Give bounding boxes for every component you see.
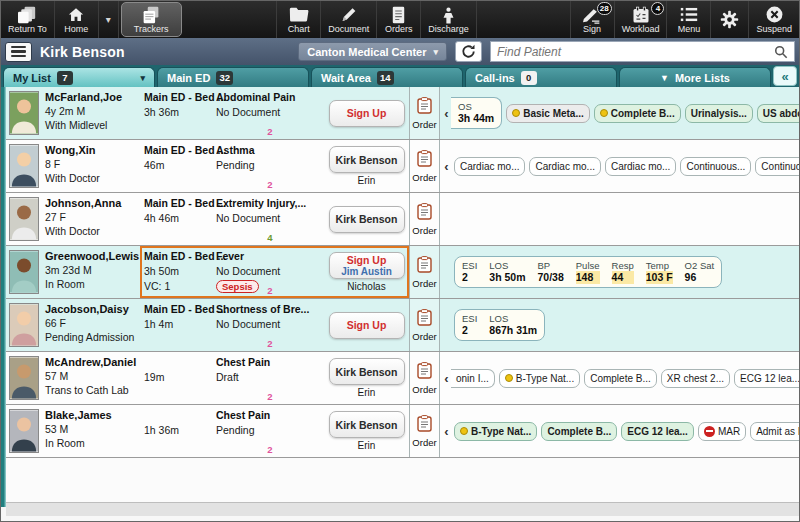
tab-main-ed[interactable]: Main ED 32 xyxy=(157,67,309,87)
settings-button[interactable] xyxy=(711,1,749,38)
order-label: Order xyxy=(412,278,436,289)
facility-dropdown[interactable]: Canton Medical Center ▾ xyxy=(298,42,447,61)
provider-assign-button[interactable]: Kirk Benson xyxy=(329,358,405,385)
order-button[interactable]: Order xyxy=(409,140,440,192)
order-chip[interactable]: onin I... xyxy=(451,369,495,388)
no-entry-icon xyxy=(704,426,715,437)
order-button[interactable]: Order xyxy=(409,193,440,245)
chips-scroll-left[interactable]: ‹ xyxy=(443,159,450,174)
home-dropdown-button[interactable]: ▾ xyxy=(99,1,119,38)
order-chip[interactable]: Admit as I... xyxy=(750,422,799,441)
order-chip[interactable]: Cardiac mo... xyxy=(605,157,676,176)
order-chip-label: Cardiac mo... xyxy=(460,161,519,172)
order-chip[interactable]: Continuous... xyxy=(680,157,751,176)
sign-button[interactable]: 28Sign xyxy=(571,1,615,38)
order-button[interactable]: Order xyxy=(409,246,440,298)
order-chip[interactable]: Basic Meta... xyxy=(506,104,590,123)
refresh-button[interactable] xyxy=(455,41,482,62)
order-chip[interactable]: Continuous... xyxy=(755,157,799,176)
vitals-chip[interactable]: ESI2LOS867h 31m xyxy=(454,309,545,341)
vital-value: 70/38 xyxy=(538,271,564,284)
tab-label: Wait Area xyxy=(321,72,371,84)
order-chip[interactable]: ECG 12 lea... xyxy=(621,422,694,441)
patient-name: Jacobson,Daisy xyxy=(45,303,138,315)
order-chip[interactable]: US abdomen xyxy=(757,104,799,123)
patient-row[interactable]: Blake,James 53 M In Room 1h 36m Chest Pa… xyxy=(6,405,799,458)
search-input[interactable] xyxy=(497,45,770,59)
patient-row[interactable]: McAndrew,Daniel 57 M Trans to Cath Lab 1… xyxy=(6,352,799,405)
provider-assign-button[interactable]: Kirk Benson xyxy=(329,206,405,233)
provider-button-label: Kirk Benson xyxy=(336,419,398,431)
tab-my-list[interactable]: My List 7 ▾ xyxy=(3,67,155,87)
order-button[interactable]: Order xyxy=(409,405,440,457)
provider-button-label: Sign Up xyxy=(347,107,387,119)
patient-name: McAndrew,Daniel xyxy=(45,356,138,368)
photo-cell xyxy=(6,193,42,245)
order-chip[interactable]: Complete B... xyxy=(594,104,681,123)
order-chip[interactable]: Complete B... xyxy=(541,422,617,441)
provider-assign-button[interactable]: Kirk Benson xyxy=(329,411,405,438)
provider-button-label: Kirk Benson xyxy=(336,213,398,225)
tab-more-lists[interactable]: ▼ More Lists xyxy=(619,67,771,87)
order-label: Order xyxy=(412,331,436,342)
trackers-button[interactable]: Trackers xyxy=(121,2,182,37)
order-button[interactable]: Order xyxy=(409,352,440,404)
collapse-tabs-button[interactable]: « xyxy=(773,66,797,86)
vital-value: 3h 50m xyxy=(489,271,525,284)
bed-label: Main ED - Bed ... xyxy=(144,91,214,103)
chips-scroll-left[interactable]: ‹ xyxy=(443,424,450,439)
order-chip[interactable]: ECG 12 lea... xyxy=(734,369,799,388)
vitals-chip[interactable]: ESI2LOS3h 50mBP70/38Pulse148Resp44Temp10… xyxy=(454,256,722,288)
patient-status: Trans to Cath Lab xyxy=(45,384,138,396)
home-button[interactable]: Home xyxy=(55,1,99,38)
provider-assign-button[interactable]: Sign Up xyxy=(329,100,405,127)
chips-scroll-left[interactable]: ‹ xyxy=(443,106,450,121)
orders-icon xyxy=(391,5,406,24)
chips-scroll-left[interactable]: ‹ xyxy=(443,371,450,386)
order-button[interactable]: Order xyxy=(409,87,440,139)
order-chip[interactable]: Complete B... xyxy=(584,369,657,388)
patient-row[interactable]: McFarland,Joe 4y 2m M With Midlevel Main… xyxy=(6,87,799,140)
patient-row[interactable]: Johnson,Anna 27 F With Doctor Main ED - … xyxy=(6,193,799,246)
patient-status: In Room xyxy=(45,278,138,290)
vital-value: 96 xyxy=(685,271,715,284)
patient-row[interactable]: Wong,Xin 8 F With Doctor Main ED - Bed .… xyxy=(6,140,799,193)
orders-button[interactable]: Orders xyxy=(377,1,421,38)
cosign-provider-label: Jim Austin xyxy=(341,266,392,277)
vitals-chip[interactable]: OS3h 44m xyxy=(451,97,502,129)
photo-cell xyxy=(6,246,42,298)
patient-row[interactable]: Jacobson,Daisy 66 F Pending Admission Ma… xyxy=(6,299,799,352)
order-chip[interactable]: MAR xyxy=(698,422,746,441)
tab-label: Main ED xyxy=(167,72,210,84)
order-chip-label: Urinalysis... xyxy=(691,108,747,119)
order-chip[interactable]: B-Type Nat... xyxy=(499,369,580,388)
search-icon[interactable] xyxy=(774,45,788,59)
order-chip[interactable]: B-Type Nat... xyxy=(454,422,537,441)
workload-button[interactable]: 4Workload xyxy=(615,1,668,38)
order-button[interactable]: Order xyxy=(409,299,440,351)
complaint-cell: Chest Pain Pending 2 xyxy=(214,407,326,455)
provider-assign-button[interactable]: Sign Up Jim Austin xyxy=(329,252,405,279)
discharge-button[interactable]: Discharge xyxy=(421,1,477,38)
chart-button[interactable]: Chart xyxy=(277,1,321,38)
sepsis-alert-badge[interactable]: Sepsis xyxy=(216,280,259,293)
order-chip-label: Complete B... xyxy=(611,108,675,119)
patient-status: Pending Admission xyxy=(45,331,138,343)
logged-in-user: Kirk Benson xyxy=(40,44,125,60)
menu-button[interactable]: Menu xyxy=(667,1,711,38)
return-to-button[interactable]: Return To xyxy=(1,1,55,38)
order-chip[interactable]: XR chest 2... xyxy=(661,369,730,388)
document-button[interactable]: Document xyxy=(321,1,377,38)
bottom-scrollbar-track[interactable] xyxy=(6,502,799,516)
patient-row[interactable]: Greenwood,Lewis 3m 23d M In Room Main ED… xyxy=(6,246,799,299)
suspend-button[interactable]: Suspend xyxy=(749,1,799,38)
comment-count: 2 xyxy=(267,179,272,190)
hamburger-menu-button[interactable] xyxy=(5,42,32,62)
provider-assign-button[interactable]: Kirk Benson xyxy=(329,146,405,173)
order-chip[interactable]: Cardiac mo... xyxy=(454,157,525,176)
order-chip[interactable]: Urinalysis... xyxy=(685,104,753,123)
provider-assign-button[interactable]: Sign Up xyxy=(329,312,405,339)
tab-call-ins[interactable]: Call-ins 0 xyxy=(465,67,617,87)
tab-wait-area[interactable]: Wait Area 14 xyxy=(311,67,463,87)
order-chip[interactable]: Cardiac mo... xyxy=(529,157,600,176)
